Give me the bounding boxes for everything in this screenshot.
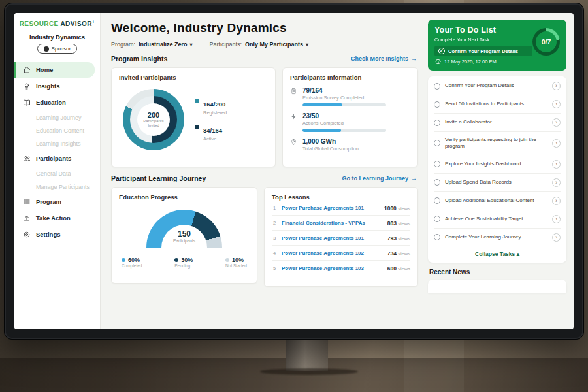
program-filter-select[interactable]: Industrialize Zero ▾ [139,41,193,48]
task-row-upload-educational-content[interactable]: Upload Additional Educational Content › [434,192,561,210]
chevron-up-icon: ▴ [517,251,519,257]
task-row-invite-collaborator[interactable]: Invite a Collaborator › [434,114,561,132]
todo-hero-card: Your To Do List 0/7 Complete Your Next T… [428,20,566,71]
views-label: views [398,251,410,257]
stat-progress-track [302,129,386,132]
task-checkbox[interactable] [434,197,440,204]
chevron-right-icon[interactable]: › [552,215,561,223]
chevron-right-icon[interactable]: › [552,178,561,187]
sponsor-badge[interactable]: Sponsor [37,44,78,54]
sidebar-item-take-action[interactable]: Take Action [14,210,95,226]
chevron-right-icon[interactable]: › [552,118,561,127]
sidebar-item-manage-participants[interactable]: Manage Participants [14,180,100,193]
views-label: views [398,221,410,227]
collapse-tasks-button[interactable]: Collapse Tasks ▴ [434,246,561,261]
task-checkbox[interactable] [434,234,440,240]
task-label: Upload Spend Data Records [445,179,547,186]
lesson-rank: 4 [272,250,277,256]
logo-text-secondary: ADVISOR+ [60,20,95,27]
task-row-achieve-sustainability-target[interactable]: Achieve One Sustainability Target › [434,210,561,229]
lesson-row: 3 Power Purchase Agreements 101 793 view… [272,231,410,246]
task-checkbox[interactable] [434,83,440,90]
chevron-right-icon[interactable]: › [552,233,561,242]
sidebar-item-program[interactable]: Program [14,194,95,210]
gauge-legend-dot [174,258,178,262]
sidebar-item-education[interactable]: Education [14,95,95,110]
monitor-stand-shadow [260,368,358,375]
sponsor-badge-icon [44,46,49,52]
task-checkbox[interactable] [434,179,440,186]
views-label: views [398,236,410,242]
main-content: Welcome, Industry Dynamics Program: Indu… [101,13,426,329]
sidebar-item-learning-journey[interactable]: Learning Journey [14,111,100,124]
chevron-right-icon[interactable]: › [552,160,561,169]
learning-journey-header: Participant Learning Journey Go to Learn… [111,174,417,182]
lesson-views: 793 [387,235,397,242]
sidebar-item-label: Program [36,198,61,205]
participants-filter-select[interactable]: Only My Participants ▾ [245,41,308,48]
participants-information-card: Participants Information 79/164 Emission… [282,67,418,167]
stat-label: Emission Survey Completed [302,95,386,101]
task-row-verify-participants[interactable]: Verify participants requesting to join t… [434,132,561,155]
sidebar-item-label: Education [36,99,66,106]
check-more-insights-link[interactable]: Check More Insights → [351,56,417,62]
go-to-learning-journey-link[interactable]: Go to Learning Journey → [342,175,417,182]
lesson-link[interactable]: Power Purchase Agreements 102 [282,250,383,256]
chevron-down-icon: ▾ [306,42,308,48]
sidebar-item-settings[interactable]: Settings [14,227,95,242]
todo-panel: Your To Do List 0/7 Complete Your Next T… [426,13,574,329]
chevron-right-icon[interactable]: › [552,82,561,90]
task-row-explore-insights[interactable]: Explore Your Insights Dashboard › [434,155,561,174]
task-row-confirm-program[interactable]: Confirm Your Program Details › [434,77,561,95]
stat-label: Total Global Consumption [302,146,359,152]
chevron-right-icon[interactable]: › [552,139,561,148]
task-row-complete-learning-journey[interactable]: Complete Your Learning Journey › [434,229,561,246]
donut-legend: 164/200 Registered 84/164 Active [195,97,227,142]
donut-center-value: 200 [148,111,159,119]
task-checkbox[interactable] [434,140,440,146]
task-label: Send 50 Invitations to Participants [445,101,547,107]
sidebar-item-label: Take Action [36,214,71,221]
lesson-link[interactable]: Power Purchase Agreements 101 [282,235,383,241]
sidebar-item-home[interactable]: Home [14,62,95,78]
donut-center-label: Participants Invited [137,119,170,129]
lesson-link[interactable]: Power Purchase Agreements 101 [282,205,380,211]
participants-filter: Participants: Only My Participants ▾ [210,41,309,48]
task-checkbox[interactable] [434,216,440,222]
stat-progress-fill [302,129,341,132]
sidebar-item-learning-insights[interactable]: Learning Insights [14,137,100,150]
task-row-send-invitations[interactable]: Send 50 Invitations to Participants › [434,95,561,114]
legend-label: Active [203,136,222,142]
sidebar-item-education-content[interactable]: Education Content [14,124,100,137]
settings-icon [23,231,31,238]
sponsor-badge-label: Sponsor [52,46,71,52]
lesson-link[interactable]: Financial Considerations - VPPAs [282,220,383,226]
donut-legend-dot [195,99,199,103]
sidebar: RESOURCE ADVISOR+ Industry Dynamics Spon… [14,13,101,329]
legend-label: Pending [174,263,193,268]
task-label: Explore Your Insights Dashboard [445,161,547,167]
task-checkbox[interactable] [434,120,440,126]
sidebar-item-participants[interactable]: Participants [14,151,95,167]
stat-progress-fill [302,103,342,106]
legend-item-registered: 164/200 Registered [195,97,227,116]
stat-global-consumption: 1,000 GWh Total Global Consumption [290,138,410,152]
task-checkbox[interactable] [434,161,440,167]
legend-label: Registered [203,110,227,116]
lesson-link[interactable]: Power Purchase Agreements 103 [282,265,383,271]
sidebar-item-insights[interactable]: Insights [14,78,95,94]
invited-donut-chart: 200 Participants Invited 164/200 Registe… [119,89,268,150]
task-row-upload-spend-data[interactable]: Upload Spend Data Records › [434,174,561,192]
chevron-right-icon[interactable]: › [552,197,561,205]
insights-cards-row: Invited Participants 200 Participants In… [111,67,418,167]
invited-donut-center: 200 Participants Invited [137,103,170,136]
sidebar-item-general-data[interactable]: General Data [14,167,100,180]
lesson-rank: 1 [272,205,277,211]
stat-actions-completed: 23/50 Actions Completed [290,112,410,132]
actions-icon [290,113,297,120]
section-title: Participant Learning Journey [111,174,206,182]
todo-subtitle: Complete Your Next Task: [434,37,560,42]
chevron-right-icon[interactable]: › [552,100,561,108]
task-checkbox[interactable] [434,101,440,108]
todo-next-task[interactable]: ✓ Confirm Your Program Details [434,46,532,56]
